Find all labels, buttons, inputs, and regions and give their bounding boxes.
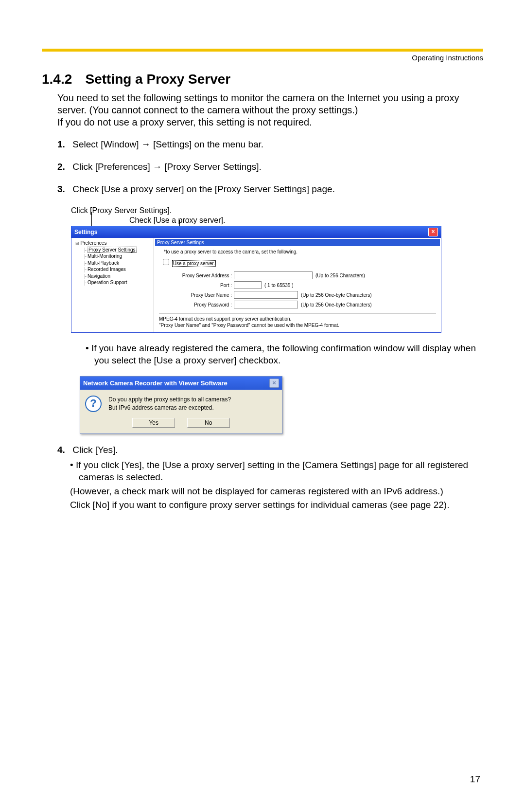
step-2-num: 2. [57, 162, 70, 172]
step-4: 4. Click [Yes]. [57, 445, 483, 455]
close-icon[interactable]: × [428, 228, 438, 236]
settings-title-bar: Settings × [71, 226, 441, 238]
panel-hint: *to use a proxy server to access the cam… [164, 249, 436, 254]
port-note: ( 1 to 65535 ) [264, 283, 293, 288]
confirm-title-bar: Network Camera Recorder with Viewer Soft… [80, 377, 282, 390]
port-label: Port : [159, 283, 234, 288]
tree-item-recorded[interactable]: Recorded Images [72, 266, 153, 273]
step-2: 2. Click [Preferences] → [Proxy Server S… [57, 162, 483, 172]
header-rule [42, 49, 483, 52]
yes-button[interactable]: Yes [132, 418, 175, 428]
tree-item-navigation[interactable]: Navigation [72, 273, 153, 280]
step-4-bullet-1b: (However, a check mark will not be displ… [70, 486, 483, 498]
running-head: Operating Instructions [42, 54, 483, 62]
ordered-steps: 1. Select [Window] → [Settings] on the m… [57, 139, 483, 195]
panel-footnote: MPEG-4 format does not support proxy ser… [159, 313, 436, 328]
section-number: 1.4.2 [42, 72, 83, 87]
confirm-line-2: But IPv6 address cameras are excepted. [108, 404, 231, 412]
post-screenshot-bullet: If you have already registered the camer… [86, 343, 483, 366]
post-screenshot-bullet-text: If you have already registered the camer… [94, 343, 483, 366]
question-icon: ? [85, 396, 102, 412]
step-4-bullets: If you click [Yes], the [Use a proxy ser… [70, 459, 483, 511]
address-note: (Up to 256 Characters) [315, 273, 365, 278]
tree-item-multimonitoring[interactable]: Multi-Monitoring [72, 253, 153, 260]
row-pass: Proxy Password : (Up to 256 One-byte Cha… [159, 301, 436, 308]
user-input[interactable] [234, 291, 298, 299]
confirm-close-icon[interactable]: × [269, 379, 279, 388]
callout-1: Click [Proxy Server Settings]. [71, 206, 483, 215]
confirm-text: Do you apply the proxy settings to all c… [108, 396, 231, 412]
confirm-dialog: Network Camera Recorder with Viewer Soft… [80, 376, 282, 434]
intro-p1: You need to set the following settings t… [57, 92, 483, 116]
settings-panel: Proxy Server Settings *to use a proxy se… [154, 238, 441, 332]
section-title: Setting a Proxy Server [85, 72, 230, 87]
page: Operating Instructions 1.4.2 Setting a P… [0, 0, 525, 812]
section-heading: 1.4.2 Setting a Proxy Server [42, 72, 483, 87]
tree-item-multiplayback[interactable]: Multi-Playback [72, 260, 153, 267]
page-number: 17 [470, 774, 480, 785]
address-input[interactable] [234, 271, 313, 279]
no-button[interactable]: No [187, 418, 230, 428]
panel-title: Proxy Server Settings [155, 239, 440, 246]
row-port: Port : ( 1 to 65535 ) [159, 281, 436, 289]
user-label: Proxy User Name : [159, 292, 234, 298]
settings-body: Preferences Proxy Server Settings Multi-… [71, 238, 441, 332]
step-1-num: 1. [57, 139, 70, 150]
step-4-bullet-1: If you click [Yes], the [Use a proxy ser… [70, 459, 483, 483]
confirm-body: ? Do you apply the proxy settings to all… [80, 390, 282, 415]
step-2-text: Click [Preferences] → [Proxy Server Sett… [72, 162, 262, 172]
confirm-buttons: Yes No [80, 415, 282, 433]
step-3: 3. Check [Use a proxy server] on the [Pr… [57, 184, 483, 195]
settings-title-text: Settings [74, 229, 97, 235]
intro-block: You need to set the following settings t… [57, 92, 483, 128]
step-1-text: Select [Window] → [Settings] on the menu… [72, 139, 263, 149]
port-input[interactable] [234, 281, 262, 289]
step-4-num: 4. [57, 445, 70, 455]
callouts: Click [Proxy Server Settings]. Check [Us… [71, 206, 483, 225]
address-label: Proxy Server Address : [159, 273, 234, 278]
tree-item-opsupport[interactable]: Operation Support [72, 279, 153, 286]
row-address: Proxy Server Address : (Up to 256 Charac… [159, 271, 436, 279]
use-proxy-checkbox-row[interactable]: Use a proxy server. [161, 257, 436, 267]
step-1: 1. Select [Window] → [Settings] on the m… [57, 139, 483, 150]
use-proxy-label: Use a proxy server. [172, 260, 216, 267]
callout-2: Check [Use a proxy server]. [129, 216, 483, 225]
step-4-text: Click [Yes]. [72, 445, 118, 455]
footnote-1: MPEG-4 format does not support proxy ser… [159, 316, 436, 322]
step-3-text: Check [Use a proxy server] on the [Proxy… [72, 184, 335, 194]
tree-item-proxy[interactable]: Proxy Server Settings [72, 247, 153, 253]
intro-p2: If you do not use a proxy server, this s… [57, 116, 483, 128]
pass-note: (Up to 256 One-byte Characters) [301, 302, 372, 307]
step-3-num: 3. [57, 184, 70, 195]
confirm-line-1: Do you apply the proxy settings to all c… [108, 396, 231, 403]
footnote-2: "Proxy User Name" and "Proxy Password" c… [159, 322, 436, 328]
settings-tree: Preferences Proxy Server Settings Multi-… [71, 238, 154, 332]
step-4-bullet-1c: Click [No] if you want to configure prox… [70, 499, 483, 511]
user-note: (Up to 256 One-byte Characters) [301, 292, 372, 298]
panel-inner: *to use a proxy server to access the cam… [154, 249, 441, 308]
settings-window: Settings × Preferences Proxy Server Sett… [71, 226, 441, 333]
pass-input[interactable] [234, 301, 298, 308]
row-user: Proxy User Name : (Up to 256 One-byte Ch… [159, 291, 436, 299]
confirm-title-text: Network Camera Recorder with Viewer Soft… [83, 379, 228, 387]
use-proxy-checkbox[interactable] [163, 259, 169, 265]
tree-root[interactable]: Preferences [72, 240, 153, 247]
pass-label: Proxy Password : [159, 302, 234, 307]
